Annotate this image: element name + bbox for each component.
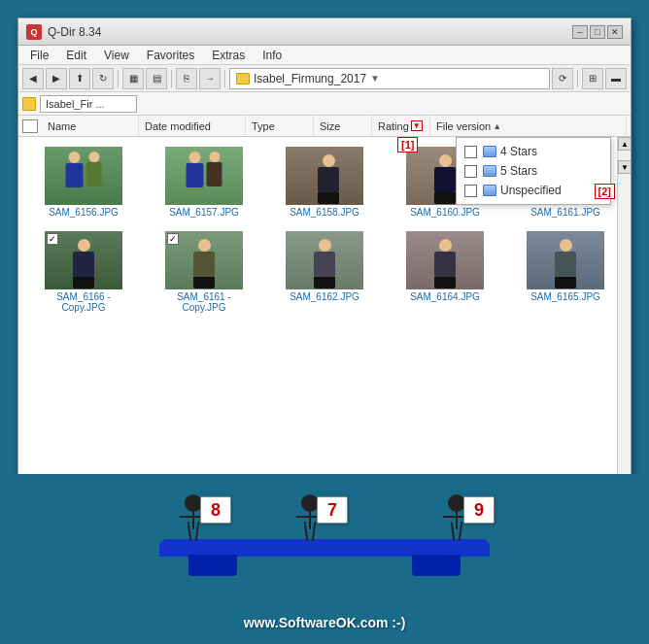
- toolbar-sep4: [577, 70, 578, 87]
- score-card-9: 9: [463, 496, 495, 524]
- move-button[interactable]: →: [199, 68, 221, 89]
- file-name: SAM_6157.JPG: [169, 207, 239, 218]
- file-item[interactable]: SAM_6156.JPG: [24, 143, 143, 221]
- filter-5stars-icon: [483, 165, 496, 177]
- figure-left: 8: [179, 494, 207, 541]
- score-card-8: 8: [200, 496, 231, 524]
- close-button[interactable]: ✕: [607, 25, 623, 39]
- file-name: SAM_6161.JPG: [530, 207, 600, 218]
- menu-info[interactable]: Info: [255, 47, 290, 64]
- photo-figures: [57, 152, 111, 205]
- layout-button[interactable]: ⊞: [582, 68, 603, 89]
- photo-figure: [309, 154, 348, 205]
- back-button[interactable]: ◀: [22, 68, 44, 89]
- filter-5stars-checkbox[interactable]: [464, 165, 477, 178]
- filter-4stars-checkbox[interactable]: [464, 146, 477, 158]
- file-name: SAM_6166 -Copy.JPG: [56, 291, 111, 313]
- photo-figure: [421, 239, 469, 289]
- menu-file[interactable]: File: [22, 47, 56, 64]
- table-leg-left: [188, 555, 237, 576]
- address-row: Isabel_Fir ...: [18, 92, 631, 116]
- file-item[interactable]: ✓ SAM_6161 -Copy.JPG: [145, 227, 263, 317]
- filter-5stars[interactable]: 5 Stars: [457, 161, 610, 181]
- window-controls: – □ ✕: [572, 25, 623, 39]
- filter-unspecified-icon: [483, 185, 496, 196]
- folder-breadcrumb-icon: [22, 97, 36, 111]
- filter-unspecified-checkbox[interactable]: [464, 185, 477, 197]
- refresh-button[interactable]: ↻: [92, 68, 114, 89]
- menu-view[interactable]: View: [96, 47, 137, 64]
- forward-button[interactable]: ▶: [46, 68, 67, 89]
- col-header-type[interactable]: Type: [246, 116, 314, 136]
- photo-figure: [541, 239, 590, 289]
- copy-button[interactable]: ⎘: [176, 68, 197, 89]
- column-header-row: Name Date modified Type Size Rating ▼ Fi…: [18, 116, 631, 137]
- address-dropdown-arrow[interactable]: ▼: [370, 73, 380, 84]
- col-header-fileversion[interactable]: File version ▲: [430, 116, 627, 136]
- minimize-button[interactable]: –: [572, 25, 588, 39]
- file-checkbox[interactable]: ✓: [47, 233, 58, 245]
- file-item[interactable]: SAM_6162.JPG: [265, 227, 384, 317]
- annotation-label-2: [2]: [595, 184, 615, 199]
- refresh2-button[interactable]: ⟳: [552, 68, 573, 89]
- file-item[interactable]: SAM_6157.JPG: [145, 143, 263, 221]
- thumbnail: [45, 147, 122, 205]
- file-item[interactable]: ✓ SAM_6166 -Copy.JPG: [24, 227, 143, 317]
- thumbnail: ✓: [45, 231, 122, 289]
- up-button[interactable]: ⬆: [69, 68, 90, 89]
- scrollbar[interactable]: ▲ ▼: [617, 137, 631, 492]
- file-item[interactable]: SAM_6165.JPG: [506, 227, 625, 317]
- toolbar-sep2: [171, 70, 172, 87]
- filter-dropdown: 4 Stars 5 Stars Unspecified: [456, 137, 611, 205]
- photo-figure: [59, 239, 108, 289]
- filter-unspecified[interactable]: Unspecified: [457, 181, 610, 200]
- filter-4stars-label: 4 Stars: [500, 145, 537, 158]
- filter-4stars-icon: [483, 146, 496, 157]
- menu-edit[interactable]: Edit: [58, 47, 94, 64]
- scroll-down-button[interactable]: ▼: [618, 160, 631, 174]
- col-header-rating[interactable]: Rating ▼: [372, 116, 430, 136]
- scroll-up-button[interactable]: ▲: [618, 137, 631, 151]
- filter-4stars[interactable]: 4 Stars: [457, 142, 610, 161]
- col-header-name[interactable]: Name: [42, 116, 139, 136]
- photo-figure: [300, 239, 349, 289]
- col-header-size[interactable]: Size: [314, 116, 372, 136]
- view-btn2[interactable]: ▤: [146, 68, 167, 89]
- folder-icon: [236, 73, 250, 85]
- view-toggle-button[interactable]: ▦: [122, 68, 144, 89]
- thumbnail: [286, 231, 363, 289]
- thumbnail: [165, 147, 243, 205]
- title-bar: Q Q-Dir 8.34 – □ ✕: [18, 18, 631, 46]
- file-item[interactable]: SAM_6158.JPG: [265, 143, 384, 221]
- address-bar[interactable]: Isabel_Firmung_2017 ▼: [229, 68, 550, 89]
- main-window: Q Q-Dir 8.34 – □ ✕ File Edit View Favori…: [17, 17, 632, 493]
- file-name: SAM_6158.JPG: [290, 207, 359, 218]
- menu-favorites[interactable]: Favorites: [139, 47, 202, 64]
- file-checkbox[interactable]: ✓: [167, 233, 179, 245]
- maximize-button[interactable]: □: [590, 25, 605, 39]
- toolbar-sep3: [224, 70, 225, 87]
- file-name: SAM_6156.JPG: [49, 207, 119, 218]
- score-card-7: 7: [317, 496, 348, 524]
- thumbnail: [527, 231, 604, 289]
- breadcrumb[interactable]: Isabel_Fir ...: [40, 95, 137, 113]
- file-name: SAM_6165.JPG: [530, 291, 600, 302]
- layout2-button[interactable]: ▬: [605, 68, 627, 89]
- figure-center: 7: [295, 494, 324, 541]
- photo-figures: [178, 152, 231, 205]
- col-header-date[interactable]: Date modified: [139, 116, 246, 136]
- menu-extras[interactable]: Extras: [204, 47, 253, 64]
- window-title: Q-Dir 8.34: [48, 25, 572, 39]
- rating-dropdown-icon[interactable]: ▼: [411, 120, 423, 131]
- file-item[interactable]: SAM_6164.JPG: [386, 227, 504, 317]
- file-name: SAM_6161 -Copy.JPG: [177, 291, 231, 313]
- select-all-checkbox[interactable]: [22, 119, 38, 133]
- file-name: SAM_6164.JPG: [410, 291, 480, 302]
- table-scene: 8 7: [0, 498, 649, 576]
- thumbnail: ✓: [165, 231, 243, 289]
- file-name: SAM_6162.JPG: [290, 291, 359, 302]
- table-with-figures: 8 7: [159, 498, 490, 576]
- watermark-url: www.SoftwareOK.com :-): [244, 615, 406, 630]
- figure-right: 9: [442, 494, 470, 541]
- table-leg-right: [412, 555, 461, 576]
